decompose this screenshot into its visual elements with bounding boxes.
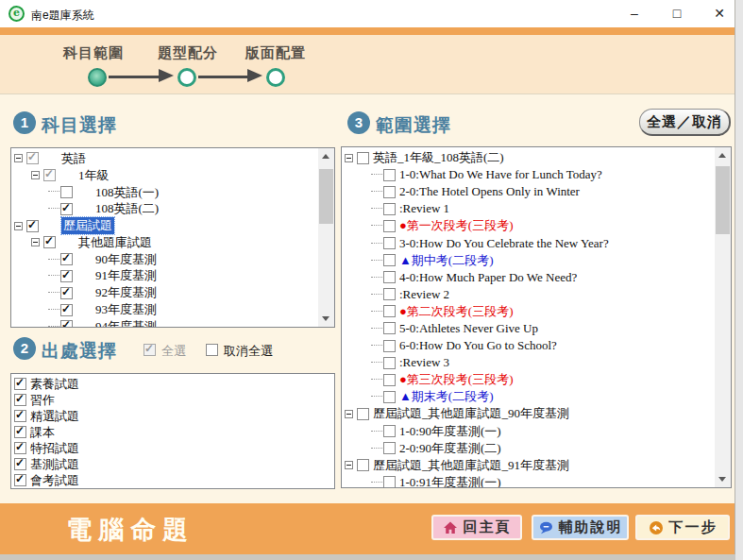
scrollbar[interactable] (715, 147, 731, 487)
checkbox[interactable] (383, 357, 396, 369)
scroll-thumb[interactable] (716, 166, 730, 234)
tree-item-label[interactable]: 90年度基測 (95, 251, 157, 268)
tree-item-label[interactable]: :Review 3 (399, 355, 449, 370)
scroll-down-button[interactable] (318, 311, 334, 327)
checkbox[interactable] (383, 476, 396, 487)
checkbox[interactable] (14, 442, 26, 454)
tree-item[interactable]: :Review 3 (345, 354, 715, 371)
tree-item-label[interactable]: 歷屆試題_其他題庫試題_91年度基測 (373, 457, 569, 474)
tree-item[interactable]: 2-0:90年度基測(二) (345, 440, 715, 457)
next-button[interactable]: 下一步 (635, 515, 730, 540)
checkbox[interactable] (60, 253, 73, 265)
tree-item[interactable]: :Review 1 (345, 200, 715, 217)
checkbox[interactable] (383, 237, 396, 249)
tree-item[interactable]: 92年度基測 (14, 284, 318, 301)
tree-item[interactable]: 歷屆試題 (14, 217, 318, 234)
tree-item[interactable]: 91年度基測 (14, 268, 318, 285)
tree-item-label[interactable]: 3-0:How Do You Celebrate the New Year? (399, 236, 609, 251)
close-button[interactable]: ✕ (703, 0, 735, 27)
checkbox[interactable] (14, 378, 26, 390)
select-all-checkbox[interactable] (144, 344, 156, 356)
deselect-all-checkbox[interactable] (206, 344, 218, 356)
checkbox[interactable] (60, 270, 73, 282)
tree-item[interactable]: 5-0:Athletes Never Give Up (345, 320, 715, 337)
maximize-button[interactable]: □ (661, 0, 693, 27)
checkbox[interactable] (60, 186, 73, 198)
tree-item-label[interactable]: 英語_1年級_108英語(二) (373, 149, 504, 166)
expand-toggle-icon[interactable] (31, 238, 40, 246)
tree-item-label[interactable]: 92年度基測 (95, 284, 157, 301)
checkbox[interactable] (357, 152, 369, 164)
scroll-thumb[interactable] (319, 169, 333, 224)
minimize-button[interactable]: – (618, 0, 650, 27)
tree-item-label[interactable]: 108英語(二) (95, 200, 159, 217)
checkbox[interactable] (357, 408, 369, 420)
checkbox[interactable] (383, 442, 396, 454)
tree-item-label[interactable]: 91年度基測 (95, 267, 157, 284)
tree-item-label[interactable]: 2-0:The Hotel Opens Only in Winter (399, 184, 580, 199)
tree-item-label[interactable]: 1-0:What Do We Have for Lunch Today? (399, 167, 602, 182)
checkbox[interactable] (60, 203, 73, 215)
checkbox[interactable] (26, 220, 39, 232)
checkbox[interactable] (383, 271, 396, 283)
tree-item-label[interactable]: 其他題庫試題 (78, 234, 152, 251)
tree-item-label[interactable]: 1年級 (78, 167, 110, 184)
tree-item[interactable]: 英語_1年級_108英語(二) (345, 149, 715, 166)
checkbox[interactable] (383, 220, 396, 232)
tree-item-label[interactable]: ●第二次段考(三段考) (399, 303, 514, 320)
checkbox[interactable] (383, 340, 396, 352)
checkbox[interactable] (60, 304, 73, 316)
tree-item-label[interactable]: 108英語(一) (95, 184, 159, 201)
expand-toggle-icon[interactable] (14, 154, 23, 162)
tree-item-label[interactable]: ▲期末考(二段考) (399, 388, 494, 405)
tree-item-label[interactable]: ●第三次段考(三段考) (399, 371, 514, 388)
tree-item-label[interactable]: 英語 (61, 150, 86, 167)
checkbox[interactable] (14, 410, 26, 422)
tree-item[interactable]: 其他題庫試題 (14, 234, 318, 251)
tree-item-label[interactable]: 93年度基測 (95, 301, 157, 318)
tree-item[interactable]: 93年度基測 (14, 301, 318, 318)
tree-item[interactable]: ●第三次段考(三段考) (345, 371, 715, 388)
tree-item-label[interactable]: :Review 1 (399, 201, 449, 216)
tree-item-label[interactable]: ▲期中考(二段考) (399, 252, 494, 269)
tree-item-label[interactable]: 5-0:Athletes Never Give Up (399, 321, 538, 336)
expand-toggle-icon[interactable] (345, 461, 353, 469)
tree-item[interactable]: 6-0:How Do You Go to School? (345, 337, 715, 354)
tree-item-label[interactable]: 歷屆試題 (61, 217, 114, 234)
list-item[interactable]: 精選試題 (14, 408, 334, 424)
tree-item-label[interactable]: 1-0:91年度基測(一) (399, 474, 501, 487)
tree-item-label[interactable]: 2-0:90年度基測(二) (399, 440, 501, 457)
checkbox[interactable] (14, 474, 26, 486)
tree-item[interactable]: ●第一次段考(三段考) (345, 217, 715, 234)
checkbox[interactable] (357, 459, 369, 471)
tree-item[interactable]: 4-0:How Much Paper Do We Need? (345, 269, 715, 286)
checkbox[interactable] (14, 394, 26, 406)
tree-item[interactable]: 3-0:How Do You Celebrate the New Year? (345, 234, 715, 251)
tree-item[interactable]: 英語 (14, 150, 318, 167)
tree-item[interactable]: 108英語(二) (14, 200, 318, 217)
expand-toggle-icon[interactable] (14, 222, 23, 230)
help-button[interactable]: 輔助說明 (532, 515, 629, 540)
list-item[interactable]: 習作 (14, 392, 334, 408)
checkbox[interactable] (43, 169, 56, 181)
checkbox[interactable] (383, 254, 396, 266)
expand-toggle-icon[interactable] (345, 410, 353, 418)
home-button[interactable]: 回主頁 (431, 515, 522, 540)
checkbox[interactable] (383, 374, 396, 386)
scroll-up-button[interactable] (318, 148, 334, 164)
tree-item-label[interactable]: 歷屆試題_其他題庫試題_90年度基測 (373, 405, 569, 422)
expand-toggle-icon[interactable] (31, 171, 40, 179)
tree-item-label[interactable]: 6-0:How Do You Go to School? (399, 338, 557, 353)
checkbox[interactable] (383, 425, 396, 437)
tree-item[interactable]: 1-0:90年度基測(一) (345, 423, 715, 440)
checkbox[interactable] (383, 305, 396, 317)
tree-item[interactable]: :Review 2 (345, 286, 715, 303)
checkbox[interactable] (383, 186, 396, 198)
checkbox[interactable] (43, 236, 56, 248)
tree-item[interactable]: 歷屆試題_其他題庫試題_91年度基測 (345, 457, 715, 474)
tree-item-label[interactable]: :Review 2 (399, 287, 449, 302)
expand-toggle-icon[interactable] (345, 154, 353, 162)
checkbox[interactable] (383, 288, 396, 300)
tree-item[interactable]: 1-0:91年度基測(一) (345, 474, 715, 487)
tree-item[interactable]: 1年級 (14, 167, 318, 184)
